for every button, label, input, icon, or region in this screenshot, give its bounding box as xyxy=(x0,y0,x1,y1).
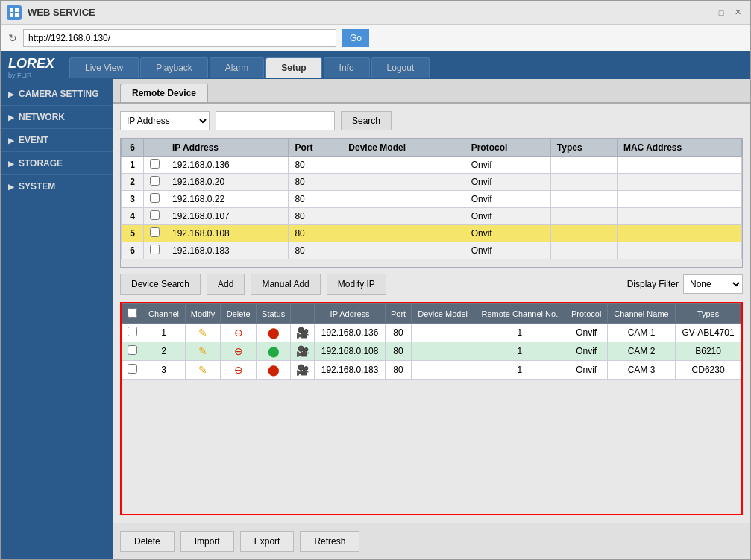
list-item[interactable]: 1 ✎ ⊖ ⬤ 🎥 192.168.0.136 80 1 Onvif CAM 1… xyxy=(122,324,741,342)
row-checkbox[interactable] xyxy=(144,174,166,191)
row-model xyxy=(342,157,465,174)
inner-content: IP Address MAC Address Device Model Sear… xyxy=(113,104,750,523)
modify-ip-button[interactable]: Modify IP xyxy=(327,274,386,295)
sidebar-item-system[interactable]: ▶ SYSTEM xyxy=(1,175,113,198)
tab-playback[interactable]: Playback xyxy=(140,57,208,78)
row-modify[interactable]: ✎ xyxy=(185,324,221,342)
content-tabs: Remote Device xyxy=(113,79,750,104)
filter-area: Display Filter None All Connected xyxy=(627,274,743,294)
minimize-button[interactable]: ─ xyxy=(698,6,711,19)
bottom-buttons: Delete Import Export Refresh xyxy=(113,523,750,559)
close-button[interactable]: ✕ xyxy=(731,6,744,19)
row-remote-ch: 1 xyxy=(474,361,565,380)
row-num: 3 xyxy=(122,191,144,208)
sidebar: ▶ CAMERA SETTING ▶ NETWORK ▶ EVENT ▶ STO… xyxy=(1,79,113,559)
row-port: 80 xyxy=(386,324,412,342)
select-all-checkbox[interactable] xyxy=(128,308,137,318)
row-num: 5 xyxy=(122,225,144,242)
table-row[interactable]: 5 192.168.0.108 80 Onvif xyxy=(122,225,742,242)
filter-label: Display Filter xyxy=(627,279,679,289)
tab-remote-device[interactable]: Remote Device xyxy=(120,84,208,102)
col-model: Device Model xyxy=(342,139,465,157)
row-ip: 192.168.0.108 xyxy=(315,342,386,361)
table-row[interactable]: 4 192.168.0.107 80 Onvif xyxy=(122,208,742,225)
row-checkbox[interactable] xyxy=(122,324,142,342)
refresh-icon[interactable]: ↻ xyxy=(8,32,17,44)
restore-button[interactable]: □ xyxy=(714,6,728,19)
sidebar-label-storage: STORAGE xyxy=(19,158,63,169)
table-row[interactable]: 6 192.168.0.183 80 Onvif xyxy=(122,242,742,259)
col-mac: MAC Address xyxy=(617,139,741,157)
row-channel: 3 xyxy=(142,361,185,380)
add-button[interactable]: Add xyxy=(207,274,245,295)
main-area: ▶ CAMERA SETTING ▶ NETWORK ▶ EVENT ▶ STO… xyxy=(1,79,750,559)
col-protocol: Protocol xyxy=(465,139,550,157)
row-checkbox[interactable] xyxy=(122,342,142,361)
export-button[interactable]: Export xyxy=(240,531,295,552)
col-check xyxy=(144,139,166,157)
row-status: ⬤ xyxy=(256,324,291,342)
row-port: 80 xyxy=(289,208,342,225)
tab-logout[interactable]: Logout xyxy=(371,57,430,78)
sidebar-item-storage[interactable]: ▶ STORAGE xyxy=(1,152,113,175)
import-button[interactable]: Import xyxy=(180,531,234,552)
list-item[interactable]: 3 ✎ ⊖ ⬤ 🎥 192.168.0.183 80 1 Onvif CAM 3… xyxy=(122,361,741,380)
col-num: 6 xyxy=(122,139,144,157)
refresh-button[interactable]: Refresh xyxy=(300,531,359,552)
row-checkbox[interactable] xyxy=(144,208,166,225)
svg-rect-1 xyxy=(15,8,19,12)
bcol-remote-ch: Remote Channel No. xyxy=(474,304,565,324)
row-channel-name: CAM 2 xyxy=(607,342,675,361)
address-bar: ↻ Go xyxy=(1,25,750,51)
row-delete[interactable]: ⊖ xyxy=(221,342,256,361)
bottom-table-wrapper: Channel Modify Delete Status IP Address … xyxy=(120,302,743,515)
tab-live-view[interactable]: Live View xyxy=(69,57,139,78)
row-channel-name: CAM 1 xyxy=(607,324,675,342)
row-protocol: Onvif xyxy=(565,324,607,342)
row-checkbox[interactable] xyxy=(122,361,142,380)
tab-info[interactable]: Info xyxy=(324,57,370,78)
row-num: 2 xyxy=(122,174,144,191)
tab-alarm[interactable]: Alarm xyxy=(210,57,264,78)
row-protocol: Onvif xyxy=(465,174,550,191)
bcol-channel-name: Channel Name xyxy=(607,304,675,324)
row-model xyxy=(342,208,465,225)
sidebar-item-camera-setting[interactable]: ▶ CAMERA SETTING xyxy=(1,83,113,106)
url-input[interactable] xyxy=(23,29,336,47)
sidebar-item-event[interactable]: ▶ EVENT xyxy=(1,129,113,152)
svg-rect-2 xyxy=(10,13,13,17)
device-search-button[interactable]: Device Search xyxy=(120,274,201,295)
search-input[interactable] xyxy=(216,111,335,130)
table-row[interactable]: 1 192.168.0.136 80 Onvif xyxy=(122,157,742,174)
tab-setup[interactable]: Setup xyxy=(265,57,321,78)
row-checkbox[interactable] xyxy=(144,157,166,174)
col-types: Types xyxy=(550,139,617,157)
row-num: 1 xyxy=(122,157,144,174)
row-modify[interactable]: ✎ xyxy=(185,342,221,361)
row-port: 80 xyxy=(289,191,342,208)
display-filter-select[interactable]: None All Connected xyxy=(683,274,743,294)
row-checkbox[interactable] xyxy=(144,242,166,259)
row-ip: 192.168.0.183 xyxy=(166,242,289,259)
delete-button[interactable]: Delete xyxy=(120,531,175,552)
manual-add-button[interactable]: Manual Add xyxy=(251,274,320,295)
search-bar: IP Address MAC Address Device Model Sear… xyxy=(120,111,743,130)
row-port: 80 xyxy=(386,342,412,361)
list-item[interactable]: 2 ✎ ⊖ ⬤ 🎥 192.168.0.108 80 1 Onvif CAM 2… xyxy=(122,342,741,361)
search-filter-select[interactable]: IP Address MAC Address Device Model xyxy=(120,111,210,130)
row-delete[interactable]: ⊖ xyxy=(221,361,256,380)
row-remote-ch: 1 xyxy=(474,342,565,361)
row-checkbox[interactable] xyxy=(144,191,166,208)
table-row[interactable]: 3 192.168.0.22 80 Onvif xyxy=(122,191,742,208)
table-row[interactable]: 2 192.168.0.20 80 Onvif xyxy=(122,174,742,191)
row-mac xyxy=(617,225,741,242)
go-button[interactable]: Go xyxy=(342,29,369,47)
row-delete[interactable]: ⊖ xyxy=(221,324,256,342)
search-button[interactable]: Search xyxy=(341,111,392,130)
row-channel: 1 xyxy=(142,324,185,342)
row-checkbox[interactable] xyxy=(144,225,166,242)
row-model xyxy=(412,361,474,380)
row-protocol: Onvif xyxy=(565,342,607,361)
sidebar-item-network[interactable]: ▶ NETWORK xyxy=(1,106,113,129)
row-modify[interactable]: ✎ xyxy=(185,361,221,380)
